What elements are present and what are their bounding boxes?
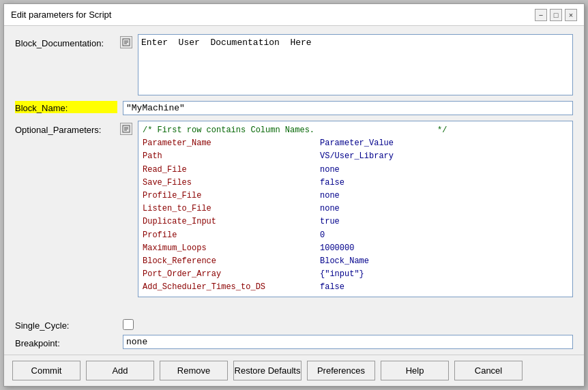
param-value: 0 xyxy=(320,229,325,242)
documentation-icon[interactable] xyxy=(120,36,132,48)
param-value: false xyxy=(320,281,344,294)
optional-parameters-icon[interactable] xyxy=(120,123,132,135)
param-value: VS/User_Library xyxy=(320,150,394,163)
param-line: Add_Scheduler_Times_to_DS false xyxy=(143,281,568,294)
block-documentation-label-container: Block_Documentation: xyxy=(15,34,132,48)
window-controls: − □ × xyxy=(535,9,577,21)
title-bar: Edit parameters for Script − □ × xyxy=(4,4,584,26)
param-line: Read_File none xyxy=(143,164,568,177)
cancel-button[interactable]: Cancel xyxy=(454,361,523,380)
param-value: Parameter_Value xyxy=(320,137,394,150)
param-name: Duplicate_Input xyxy=(143,215,320,228)
param-name: Path xyxy=(143,150,320,163)
single-cycle-checkbox-container xyxy=(123,319,134,330)
param-value: false xyxy=(320,177,344,190)
param-line: Profile 0 xyxy=(143,229,568,242)
param-line: Save_Files false xyxy=(143,177,568,190)
breakpoint-input[interactable] xyxy=(123,335,573,349)
single-cycle-row: Single_Cycle: xyxy=(15,318,573,331)
breakpoint-row: Breakpoint: xyxy=(15,335,573,349)
block-name-label: Block_Name: xyxy=(15,101,117,113)
preferences-button[interactable]: Preferences xyxy=(307,361,375,380)
param-value: none xyxy=(320,202,340,215)
param-name: Save_Files xyxy=(143,177,320,190)
optional-parameters-input[interactable]: /* First row contains Column Names. */Pa… xyxy=(138,121,573,297)
param-line: Parameter_Name Parameter_Value xyxy=(143,137,568,150)
commit-button[interactable]: Commit xyxy=(12,361,80,380)
button-bar: Commit Add Remove Restore Defaults Prefe… xyxy=(4,355,584,386)
param-line: Duplicate_Input true xyxy=(143,215,568,228)
param-name: Add_Scheduler_Times_to_DS xyxy=(143,281,320,294)
block-name-input[interactable] xyxy=(123,101,573,115)
edit-parameters-dialog: Edit parameters for Script − □ × Block_D… xyxy=(3,3,585,387)
restore-defaults-button[interactable]: Restore Defaults xyxy=(233,361,302,380)
optional-parameters-label-container: Optional_Parameters: xyxy=(15,121,132,135)
single-cycle-label: Single_Cycle: xyxy=(15,318,117,331)
param-name: Parameter_Name xyxy=(143,137,320,150)
optional-parameters-label: Optional_Parameters: xyxy=(15,123,117,135)
param-name: Read_File xyxy=(143,164,320,177)
param-comment: /* First row contains Column Names. */ xyxy=(143,124,447,137)
add-button[interactable]: Add xyxy=(86,361,154,380)
param-name: Profile xyxy=(143,229,320,242)
maximize-button[interactable]: □ xyxy=(550,9,562,21)
bottom-section: Single_Cycle: Breakpoint: xyxy=(4,316,584,355)
block-documentation-label: Block_Documentation: xyxy=(15,36,117,48)
block-documentation-row: Block_Documentation: xyxy=(15,34,573,95)
block-documentation-input[interactable] xyxy=(138,34,573,95)
close-button[interactable]: × xyxy=(565,9,577,21)
param-value: none xyxy=(320,164,340,177)
param-line: Listen_to_File none xyxy=(143,202,568,215)
block-name-row: Block_Name: xyxy=(15,101,573,115)
param-line: Port_Order_Array {"input"} xyxy=(143,268,568,281)
optional-parameters-row: Optional_Parameters: /* First row contai… xyxy=(15,121,573,310)
help-button[interactable]: Help xyxy=(381,361,449,380)
param-line: Profile_File none xyxy=(143,190,568,202)
param-name: Port_Order_Array xyxy=(143,268,320,281)
param-line: /* First row contains Column Names. */ xyxy=(143,124,568,137)
param-value: 1000000 xyxy=(320,242,354,255)
content-area: Block_Documentation: Block_Name: O xyxy=(4,26,584,316)
param-value: {"input"} xyxy=(320,268,364,281)
breakpoint-label: Breakpoint: xyxy=(15,336,117,348)
minimize-button[interactable]: − xyxy=(535,9,547,21)
param-name: Profile_File xyxy=(143,190,320,202)
dialog-title: Edit parameters for Script xyxy=(11,10,111,20)
param-name: Block_Reference xyxy=(143,255,320,268)
param-value: Block_Name xyxy=(320,255,369,268)
remove-button[interactable]: Remove xyxy=(160,361,228,380)
param-line: Block_Reference Block_Name xyxy=(143,255,568,268)
param-value: true xyxy=(320,215,340,228)
param-line: Path VS/User_Library xyxy=(143,150,568,163)
param-name: Listen_to_File xyxy=(143,202,320,215)
param-name: Maximum_Loops xyxy=(143,242,320,255)
single-cycle-checkbox[interactable] xyxy=(123,319,134,330)
param-value: none xyxy=(320,190,340,202)
param-line: Maximum_Loops 1000000 xyxy=(143,242,568,255)
